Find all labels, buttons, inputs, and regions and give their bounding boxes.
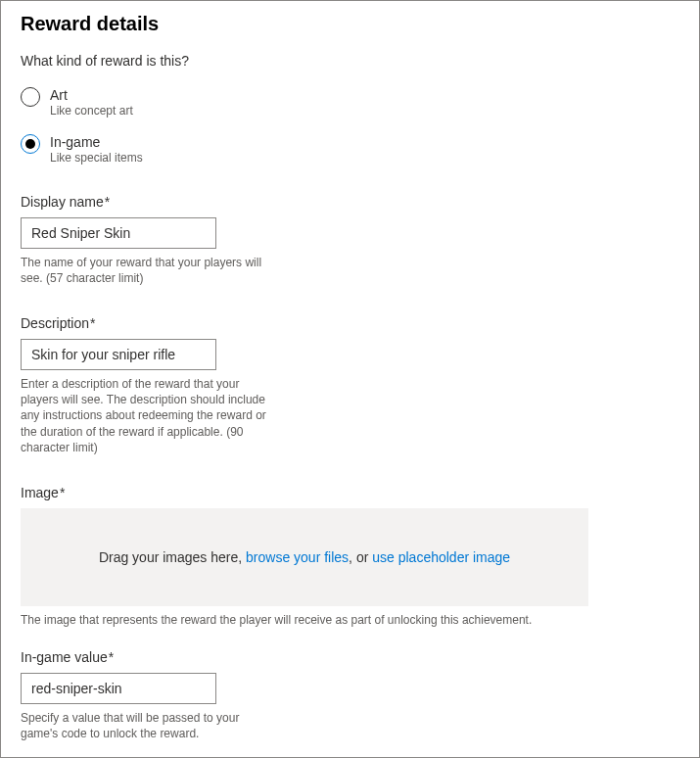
image-field: Image Drag your images here, browse your… [21,485,679,628]
radio-label-ingame: In-game [50,133,143,151]
dropzone-text-prefix: Drag your images here, [99,549,246,565]
radio-option-art[interactable]: Art Like concept art [21,86,679,119]
ingame-value-help: Specify a value that will be passed to y… [21,710,270,741]
display-name-label: Display name [21,194,679,210]
radio-circle-icon [21,134,40,154]
reward-kind-question: What kind of reward is this? [21,53,679,69]
radio-circle-icon [21,87,40,107]
image-label: Image [21,485,679,500]
image-dropzone[interactable]: Drag your images here, browse your files… [21,508,588,606]
radio-text: Art Like concept art [50,86,133,119]
browse-files-link[interactable]: browse your files [246,549,349,565]
radio-sublabel-art: Like concept art [50,104,133,119]
ingame-value-input[interactable] [21,673,216,704]
display-name-help: The name of your reward that your player… [21,255,270,286]
radio-label-art: Art [50,86,133,104]
ingame-value-label: In-game value [21,649,679,665]
radio-sublabel-ingame: Like special items [50,151,143,166]
radio-text: In-game Like special items [50,133,143,166]
display-name-input[interactable] [21,217,216,249]
dropzone-text-mid: , or [349,549,372,565]
description-label: Description [21,315,679,331]
description-help: Enter a description of the reward that y… [21,376,270,455]
radio-option-ingame[interactable]: In-game Like special items [21,133,679,166]
reward-kind-radio-group: Art Like concept art In-game Like specia… [21,86,679,166]
ingame-value-field: In-game value Specify a value that will … [21,649,679,741]
display-name-field: Display name The name of your reward tha… [21,194,679,286]
section-title: Reward details [21,13,679,35]
image-help: The image that represents the reward the… [21,612,679,628]
reward-details-panel: Reward details What kind of reward is th… [0,0,700,758]
description-input[interactable] [21,339,216,370]
description-field: Description Enter a description of the r… [21,315,679,455]
placeholder-image-link[interactable]: use placeholder image [372,549,510,565]
